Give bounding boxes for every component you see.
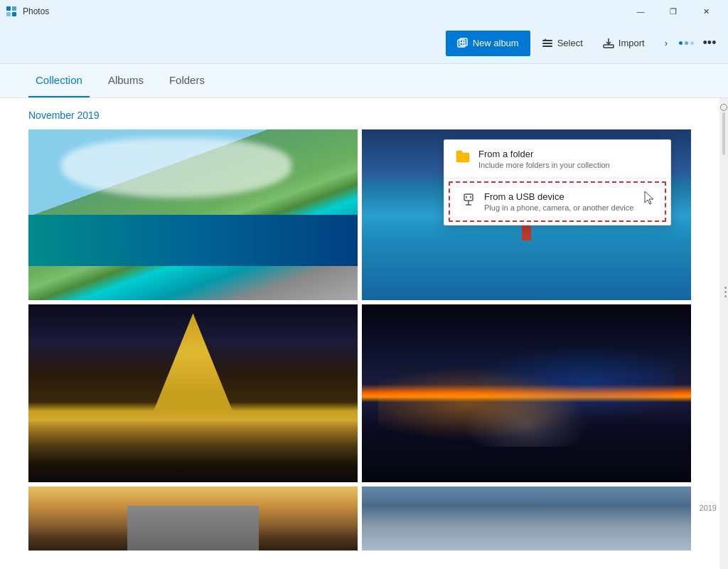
from-folder-text: From a folder Include more folders in yo… [478, 149, 610, 169]
select-label: Select [557, 38, 583, 48]
scrollbar-dots [724, 287, 727, 297]
from-usb-title: From a USB device [484, 191, 633, 202]
minimize-button[interactable]: — [624, 0, 657, 23]
new-album-icon [457, 38, 469, 49]
toolbar: New album Select Import › ••• [0, 23, 728, 64]
titlebar: Photos — ❐ ✕ [0, 0, 728, 23]
svg-rect-3 [12, 12, 16, 16]
from-folder-subtitle: Include more folders in your collection [478, 161, 610, 169]
import-label: Import [619, 38, 645, 48]
svg-rect-1 [12, 6, 16, 11]
from-usb-option[interactable]: From a USB device Plug in a phone, camer… [449, 181, 666, 222]
loading-spinner [679, 41, 694, 45]
from-usb-text: From a USB device Plug in a phone, camer… [484, 191, 633, 212]
photo-vegas-image [362, 304, 691, 482]
spinner-dot-3 [690, 41, 694, 45]
spinner-dot-1 [679, 41, 682, 45]
date-label: November 2019 [28, 110, 691, 121]
svg-rect-12 [604, 45, 614, 48]
scrollbar-dot-1 [724, 287, 727, 289]
from-usb-subtitle: Plug in a phone, camera, or another devi… [484, 203, 633, 212]
svg-rect-0 [6, 6, 11, 11]
from-folder-title: From a folder [478, 149, 610, 159]
chevron-button[interactable]: › [656, 31, 676, 56]
nav-tabs: Collection Albums Folders [0, 64, 728, 98]
photo-aerial-image [28, 129, 358, 300]
svg-rect-10 [542, 46, 552, 47]
photo-paris2-image [362, 486, 691, 551]
new-album-button[interactable]: New album [446, 31, 530, 56]
import-icon [603, 38, 614, 49]
tab-folders-label: Folders [169, 74, 205, 86]
photo-paris-image [28, 304, 358, 482]
tab-albums-label: Albums [108, 74, 144, 86]
folder-icon [456, 150, 470, 164]
select-button[interactable]: Select [533, 31, 592, 56]
more-options-icon: ••• [703, 36, 717, 50]
photo-item-aerial[interactable] [28, 129, 358, 300]
photo-road-image [28, 486, 358, 551]
more-options-button[interactable]: ••• [697, 31, 722, 56]
window-controls: — ❐ ✕ [624, 0, 722, 23]
app-title: Photos [23, 6, 49, 16]
scrollbar-year: 2019 [700, 504, 717, 512]
titlebar-left: Photos [6, 6, 49, 17]
photo-item-paris2[interactable] [362, 486, 691, 551]
scrollbar-dot-3 [724, 295, 727, 297]
photo-item-paris[interactable] [28, 304, 358, 482]
photos-app-icon [6, 6, 17, 17]
chevron-icon: › [665, 38, 668, 48]
scrollbar-track[interactable]: 2019 [719, 98, 728, 569]
svg-rect-17 [464, 194, 473, 201]
scrollbar-dot-2 [724, 291, 727, 293]
main-content: November 2019 [0, 98, 728, 569]
import-dropdown-menu: From a folder Include more folders in yo… [444, 139, 671, 225]
tab-collection[interactable]: Collection [28, 64, 90, 97]
scrollbar-thumb[interactable] [722, 112, 725, 155]
tab-collection-label: Collection [36, 74, 82, 86]
tab-folders[interactable]: Folders [162, 64, 212, 97]
svg-rect-8 [542, 40, 552, 41]
tab-albums[interactable]: Albums [101, 64, 151, 97]
restore-button[interactable]: ❐ [657, 0, 690, 23]
spinner-dot-2 [685, 41, 688, 45]
scrollbar-top-indicator [720, 104, 727, 111]
import-button[interactable]: Import [594, 31, 653, 56]
from-folder-option[interactable]: From a folder Include more folders in yo… [444, 140, 670, 179]
svg-rect-2 [6, 12, 11, 16]
usb-icon [461, 193, 476, 207]
svg-rect-15 [456, 153, 469, 162]
svg-rect-9 [542, 43, 552, 44]
select-icon [542, 38, 553, 49]
new-album-label: New album [473, 38, 519, 48]
photo-item-vegas[interactable] [362, 304, 691, 482]
photo-item-road[interactable] [28, 486, 358, 551]
close-button[interactable]: ✕ [690, 0, 722, 23]
